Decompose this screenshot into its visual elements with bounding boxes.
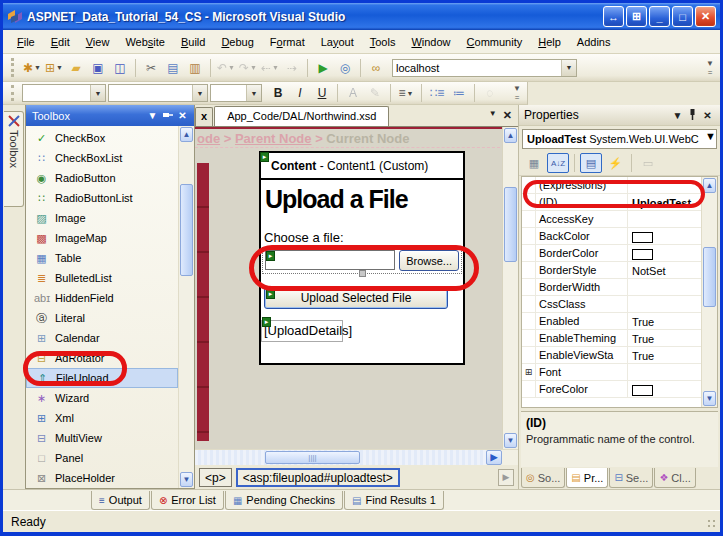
start-debug-icon[interactable]: ▶ (313, 58, 333, 78)
property-row-backcolor[interactable]: BackColor (522, 228, 701, 245)
scroll-down-icon[interactable]: ▼ (703, 391, 716, 406)
new-website-icon[interactable]: ✱▼ (22, 58, 42, 78)
menu-item-file[interactable]: File (9, 33, 43, 51)
property-row-borderstyle[interactable]: BorderStyle NotSet (522, 262, 701, 279)
document-tab[interactable]: App_Code/DAL/Northwind.xsd (214, 106, 389, 126)
toolbox-item-xml[interactable]: ⊞ Xml (26, 408, 178, 428)
underline-icon[interactable]: U (312, 83, 332, 103)
scroll-up-icon[interactable]: ▲ (703, 178, 716, 193)
menu-item-edit[interactable]: Edit (43, 33, 78, 51)
panel-tab-se[interactable]: ⊟Se... (609, 468, 653, 488)
align-icon[interactable]: ≡▼ (396, 83, 416, 103)
paste-icon[interactable]: ▥ (185, 58, 205, 78)
tag-fileupload-selected[interactable]: <asp:fileupload#uploadtest> (236, 468, 400, 487)
property-pages-icon[interactable]: ▭ (637, 153, 659, 173)
save-icon[interactable]: ▣ (88, 58, 108, 78)
highlight-icon[interactable]: ✎ (365, 83, 385, 103)
scrollbar-thumb[interactable] (504, 187, 517, 262)
toolbar-grip2[interactable] (11, 85, 16, 100)
toolbox-item-wizard[interactable]: ∗ Wizard (26, 388, 178, 408)
copy-icon[interactable]: ▤ (163, 58, 183, 78)
save-all-icon[interactable]: ◫ (110, 58, 130, 78)
toolbox-item-hiddenfield[interactable]: abɪ HiddenField (26, 288, 178, 308)
add-new-item-icon[interactable]: ⊞▼ (44, 58, 64, 78)
bullet-list-icon[interactable]: ∷≡ (427, 83, 447, 103)
panel-tab-cl[interactable]: ❖Cl... (654, 468, 696, 488)
content-placeholder-region[interactable]: ▸ Content - Content1 (Custom) Upload a F… (259, 151, 465, 365)
scrollbar-thumb[interactable] (703, 247, 716, 307)
categorized-icon[interactable]: ▦ (523, 153, 545, 173)
menu-item-debug[interactable]: Debug (213, 33, 261, 51)
toolbar-overflow-icon[interactable]: ▼= (511, 84, 523, 102)
dropdown-arrow-icon[interactable]: ▼ (250, 64, 257, 71)
dock-window-button[interactable]: ⊞ (626, 6, 647, 27)
toolbox-item-fileupload[interactable]: ⇑ FileUpload (26, 368, 178, 388)
find-in-files-icon[interactable]: ∞ (366, 58, 386, 78)
navigate-backward-icon[interactable]: ⇠▼ (260, 58, 280, 78)
toolwindow-tab-error-list[interactable]: ⊗Error List (151, 491, 224, 510)
menu-item-layout[interactable]: Layout (313, 33, 362, 51)
combo-dropdown-icon[interactable]: ▼ (246, 85, 261, 101)
toolbox-item-imagemap[interactable]: ▩ ImageMap (26, 228, 178, 248)
panel-tab-so[interactable]: ◎So... (521, 468, 565, 488)
toolbox-header[interactable]: Toolbox ▼ ✕ (26, 105, 194, 126)
toolbar-grip[interactable] (11, 58, 16, 77)
scroll-right-icon[interactable]: ▶ (486, 450, 502, 465)
toolbar-overflow-icon[interactable]: ▼= (704, 59, 716, 77)
font-color-icon[interactable]: A (343, 83, 363, 103)
menu-item-help[interactable]: Help (530, 33, 569, 51)
menu-item-addins[interactable]: Addins (569, 33, 619, 51)
toolbox-item-adrotator[interactable]: ⊟ AdRotator (26, 348, 178, 368)
design-vscrollbar[interactable]: ▲ ▼ (502, 127, 518, 449)
menu-item-tools[interactable]: Tools (362, 33, 404, 51)
toolbox-close-icon[interactable]: ✕ (175, 110, 190, 121)
browser-url-dropdown-icon[interactable]: ▼ (561, 60, 576, 76)
italic-icon[interactable]: I (290, 83, 310, 103)
toolbox-scrollbar[interactable]: ▲ ▼ (178, 126, 194, 488)
scroll-up-icon[interactable]: ▲ (180, 127, 193, 142)
toolbox-item-multiview[interactable]: ⊟ MultiView (26, 428, 178, 448)
object-selector-dropdown-icon[interactable]: ▼ (705, 130, 716, 148)
property-row-cssclass[interactable]: CssClass (522, 296, 701, 313)
property-row-font[interactable]: ⊞ Font (522, 364, 701, 381)
font-name-combo[interactable]: ▼ (108, 84, 208, 102)
dropdown-arrow-icon[interactable]: ▼ (34, 64, 41, 71)
smart-tag-icon[interactable]: ▸ (260, 152, 269, 162)
scroll-down-icon[interactable]: ▼ (504, 433, 517, 448)
document-close-icon[interactable]: ✕ (503, 109, 512, 122)
maximize-button[interactable]: □ (672, 6, 693, 27)
toolwindow-tab-pending-checkins[interactable]: ▦Pending Checkins (225, 491, 343, 510)
combo-dropdown-icon[interactable]: ▼ (192, 85, 207, 101)
toolbox-autohide-tab[interactable]: Toolbox (4, 111, 24, 207)
selection-handle[interactable] (359, 270, 366, 277)
toolbox-item-calendar[interactable]: ⊞ Calendar (26, 328, 178, 348)
smart-tag-icon[interactable]: ▸ (266, 251, 275, 261)
menu-item-build[interactable]: Build (173, 33, 213, 51)
alphabetical-icon[interactable]: A↓Z (547, 153, 569, 173)
toolbox-item-checkboxlist[interactable]: ∷ CheckBoxList (26, 148, 178, 168)
fileupload-control[interactable]: ▸ Browse... (262, 247, 462, 274)
properties-close-icon[interactable]: ✕ (700, 110, 715, 121)
menu-item-website[interactable]: Website (117, 33, 173, 51)
tag-p[interactable]: <p> (199, 468, 232, 487)
toolwindow-tab-find-results-1[interactable]: ▤Find Results 1 (344, 491, 444, 510)
dropdown-arrow-icon[interactable]: ▼ (272, 64, 279, 71)
fileupload-textbox[interactable]: ▸ (265, 250, 395, 270)
object-selector-combo[interactable]: UploadTest System.Web.UI.WebC ▼ (522, 129, 717, 149)
toolbox-item-placeholder[interactable]: ⊠ PlaceHolder (26, 468, 178, 488)
navigate-forward-icon[interactable]: ⇢ (282, 58, 302, 78)
target-rule-combo[interactable]: ▼ (22, 84, 106, 102)
cut-icon[interactable]: ✂ (141, 58, 161, 78)
smart-tag-icon[interactable]: ▸ (266, 289, 275, 299)
document-list-icon[interactable]: ▼ (489, 109, 497, 122)
dropdown-arrow-icon[interactable]: ▼ (56, 64, 63, 71)
minimize-button[interactable]: _ (649, 6, 670, 27)
toolbox-pin-icon[interactable] (160, 110, 175, 122)
upload-selected-file-button[interactable]: ▸ Upload Selected File (264, 287, 448, 309)
browser-url-combo[interactable]: localhost ▼ (392, 59, 577, 77)
upload-details-label[interactable]: ▸ [UploadDetails] (261, 320, 343, 342)
float-window-button[interactable]: ↔ (603, 6, 624, 27)
toolwindow-tab-output[interactable]: ≡Output (91, 491, 150, 510)
toolbox-menu-icon[interactable]: ▼ (145, 110, 160, 121)
smart-tag-icon[interactable]: ▸ (262, 317, 271, 327)
